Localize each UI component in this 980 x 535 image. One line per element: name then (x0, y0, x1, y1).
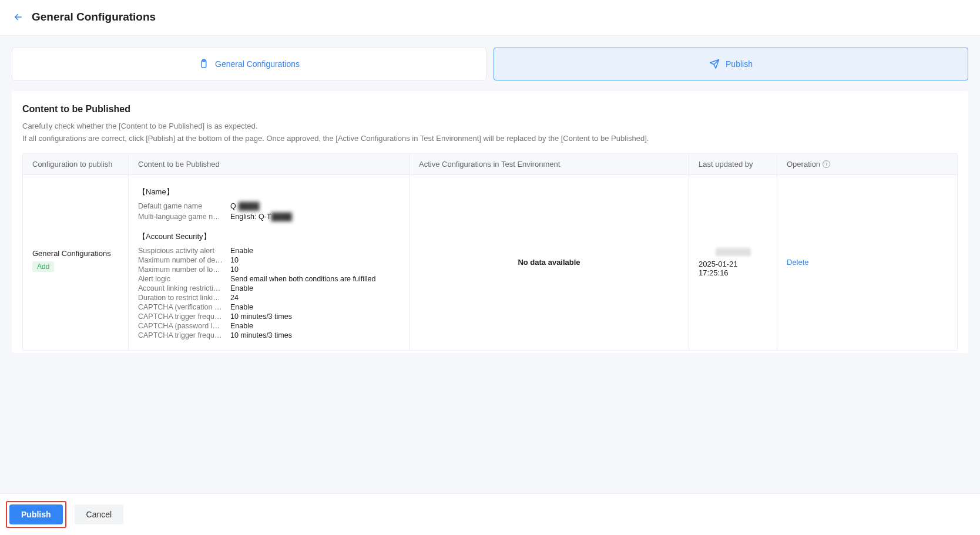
th-config: Configuration to publish (23, 154, 129, 174)
panel-desc-line1: Carefully check whether the [Content to … (22, 120, 958, 133)
kv-key: CAPTCHA trigger frequenc... (138, 312, 223, 321)
th-updated: Last updated by (689, 154, 777, 174)
kv-key: Duration to restrict linking ... (138, 294, 223, 302)
updated-date: 2025-01-21 17:25:16 (699, 260, 767, 277)
page-title: General Configurations (32, 11, 156, 23)
kv-security-row: Maximum number of login...10 (138, 265, 400, 274)
table-head: Configuration to publish Content to be P… (23, 154, 957, 175)
val-prefix: Q (230, 202, 236, 210)
page-header: General Configurations (0, 0, 980, 36)
kv-security-row: CAPTCHA (password login)Enable (138, 322, 400, 330)
kv-key: Account linking restrictions (138, 284, 223, 292)
section-security-header: 【Account Security】 (138, 231, 400, 242)
panel-description: Carefully check whether the [Content to … (22, 120, 958, 145)
kv-val: Q-████ (230, 202, 400, 210)
kv-security-row: CAPTCHA trigger frequenc...10 minutes/3 … (138, 331, 400, 339)
kv-key: Multi-language game name (138, 213, 223, 221)
kv-key: Alert logic (138, 275, 223, 283)
cell-active-empty: No data available (410, 175, 689, 350)
section-name-header: 【Name】 (138, 187, 400, 197)
th-content: Content to be Published (129, 154, 410, 174)
tab-general-configurations[interactable]: General Configurations (12, 48, 486, 80)
kv-val: 10 (230, 265, 400, 274)
kv-val: Send email when both conditions are fulf… (230, 275, 400, 283)
kv-val: 24 (230, 294, 400, 302)
tab-general-label: General Configurations (215, 59, 300, 69)
security-rows: Suspicious activity alertEnableMaximum n… (138, 245, 400, 341)
cell-operation: Delete (777, 175, 957, 350)
delete-link[interactable]: Delete (787, 258, 809, 267)
kv-security-row: Duration to restrict linking ...24 (138, 294, 400, 302)
cell-config: General Configurations Add (23, 175, 129, 350)
kv-val: 10 (230, 256, 400, 264)
kv-val: Enable (230, 303, 400, 311)
tab-publish[interactable]: Publish (494, 48, 968, 80)
th-operation-label: Operation (787, 160, 820, 169)
cell-updated: 2025-01-21 17:25:16 (689, 175, 777, 350)
kv-key: Default game name (138, 202, 223, 210)
clipboard-icon (199, 59, 209, 69)
kv-val: English: Q-T████ (230, 213, 400, 221)
updated-by-obscured (716, 248, 751, 256)
val-obscured: -████ (236, 202, 260, 210)
kv-security-row: Maximum number of devic...10 (138, 256, 400, 264)
kv-val: Enable (230, 322, 400, 330)
status-badge-add: Add (32, 261, 54, 272)
kv-key: Maximum number of devic... (138, 256, 223, 264)
kv-key: CAPTCHA (verification code) (138, 303, 223, 311)
kv-val: 10 minutes/3 times (230, 312, 400, 321)
th-operation: Operation i (777, 154, 957, 174)
val-obscured: ████ (271, 213, 291, 221)
kv-security-row: CAPTCHA trigger frequenc...10 minutes/3 … (138, 312, 400, 321)
content-panel: Content to be Published Carefully check … (12, 91, 968, 353)
tabs: General Configurations Publish (12, 48, 968, 80)
kv-security-row: Alert logicSend email when both conditio… (138, 275, 400, 283)
cell-content: 【Name】 Default game name Q-████ Multi-la… (129, 175, 410, 350)
kv-val: Enable (230, 247, 400, 255)
config-name: General Configurations (32, 249, 119, 258)
panel-title: Content to be Published (22, 104, 958, 115)
table-row: General Configurations Add 【Name】 Defaul… (23, 175, 957, 350)
tab-publish-label: Publish (726, 59, 753, 69)
kv-default-game-name: Default game name Q-████ (138, 202, 400, 210)
footer-bar: Publish Cancel (0, 493, 980, 500)
val-prefix: English: Q-T (230, 213, 271, 221)
kv-key: CAPTCHA trigger frequenc... (138, 331, 223, 339)
config-table: Configuration to publish Content to be P… (22, 153, 958, 351)
kv-val: 10 minutes/3 times (230, 331, 400, 339)
info-icon[interactable]: i (823, 160, 830, 168)
paper-plane-icon (709, 59, 720, 69)
back-arrow-icon[interactable] (13, 12, 24, 22)
th-active: Active Configurations in Test Environmen… (410, 154, 689, 174)
kv-val: Enable (230, 284, 400, 292)
page-body: General Configurations Publish Content t… (0, 36, 980, 500)
kv-security-row: Suspicious activity alertEnable (138, 247, 400, 255)
kv-key: Maximum number of login... (138, 265, 223, 274)
kv-multilang-game-name: Multi-language game name English: Q-T███… (138, 213, 400, 221)
kv-key: Suspicious activity alert (138, 247, 223, 255)
kv-security-row: CAPTCHA (verification code)Enable (138, 303, 400, 311)
kv-security-row: Account linking restrictionsEnable (138, 284, 400, 292)
panel-desc-line2: If all configurations are correct, click… (22, 133, 958, 145)
kv-key: CAPTCHA (password login) (138, 322, 223, 330)
